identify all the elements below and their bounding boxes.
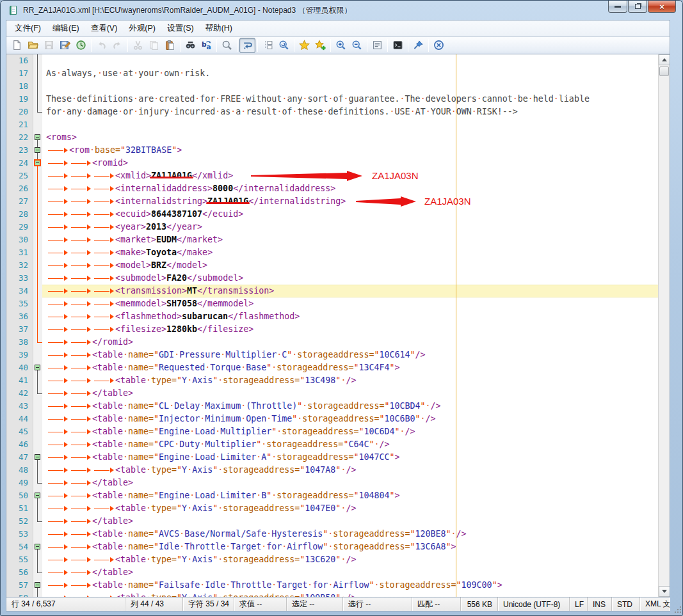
code-line[interactable]: <table·name="Idle·Throttle·Target·for·Ai… bbox=[42, 541, 658, 553]
line-number[interactable]: 24 bbox=[6, 157, 33, 170]
line-number[interactable]: 41 bbox=[6, 374, 33, 387]
menu-file[interactable]: 文件(F) bbox=[9, 21, 47, 36]
menu-appearance[interactable]: 外观(P) bbox=[123, 21, 161, 36]
code-line[interactable]: <internalidstring>ZA1JA01G</internalidst… bbox=[42, 195, 658, 208]
line-number[interactable]: 48 bbox=[6, 464, 33, 477]
line-number[interactable]: 31 bbox=[6, 246, 33, 259]
line-number[interactable]: 25 bbox=[6, 170, 33, 182]
close-button[interactable]: × bbox=[648, 1, 676, 13]
line-number[interactable]: 50 bbox=[6, 489, 33, 502]
code-line[interactable]: <memmodel>SH7058</memmodel> bbox=[42, 297, 658, 310]
title-bar[interactable]: RR_ZA1JA01G.xml [H:\ECU\wayneroms\RomRai… bbox=[1, 1, 682, 20]
code-line[interactable]: </table> bbox=[42, 515, 658, 528]
scroll-down-button[interactable] bbox=[659, 586, 670, 597]
code-line[interactable]: for·any·damage·or·injury·incurred·as·a·r… bbox=[42, 106, 658, 118]
code-line[interactable]: <table·name="Injector·Minimum·Open·Time"… bbox=[42, 413, 658, 425]
fold-toggle[interactable] bbox=[35, 454, 40, 460]
line-number[interactable]: 34 bbox=[6, 285, 33, 297]
line-number[interactable]: 46 bbox=[6, 438, 33, 451]
fold-margin[interactable] bbox=[33, 54, 42, 597]
code-line[interactable]: <ecuid>8644387107</ecuid> bbox=[42, 208, 658, 221]
status-selected-lines[interactable]: 选行 -- bbox=[343, 597, 412, 611]
line-number[interactable]: 55 bbox=[6, 553, 33, 566]
status-character[interactable]: 字符 35 / 34 bbox=[183, 597, 234, 611]
code-line[interactable]: <filesize>1280kb</filesize> bbox=[42, 323, 658, 336]
line-number[interactable]: 56 bbox=[6, 566, 33, 579]
line-number[interactable]: 23 bbox=[6, 144, 33, 157]
line-number[interactable]: 35 bbox=[6, 297, 33, 310]
zoom-in-button[interactable] bbox=[333, 38, 349, 53]
save-file-as-button[interactable] bbox=[57, 38, 73, 53]
code-line[interactable]: <model>BRZ</model> bbox=[42, 259, 658, 272]
line-number[interactable]: 33 bbox=[6, 272, 33, 285]
code-line[interactable]: <table·name="Requested·Torque·Base"·stor… bbox=[42, 361, 658, 374]
vertical-scrollbar[interactable] bbox=[658, 54, 670, 597]
code-line[interactable]: <table·type="Y·Axis"·storageaddress="13C… bbox=[42, 374, 658, 387]
menu-edit[interactable]: 编辑(E) bbox=[47, 21, 85, 36]
line-number[interactable]: 19 bbox=[6, 93, 33, 106]
new-file-button[interactable] bbox=[9, 38, 25, 53]
scrollbar-thumb[interactable] bbox=[659, 67, 669, 76]
code-line[interactable] bbox=[42, 54, 658, 67]
code-line[interactable]: <table·name="Engine·Load·Multiplier"·sto… bbox=[42, 425, 658, 438]
restore-button[interactable] bbox=[628, 1, 647, 13]
fold-toggle[interactable] bbox=[35, 147, 40, 153]
code-line[interactable]: </table> bbox=[42, 387, 658, 400]
status-eval[interactable]: 求值 -- bbox=[234, 597, 287, 611]
line-number[interactable]: 42 bbox=[6, 387, 33, 400]
line-number[interactable]: 37 bbox=[6, 323, 33, 336]
fold-toggle[interactable] bbox=[35, 134, 40, 140]
code-line[interactable]: <transmission>MT</transmission> bbox=[42, 285, 658, 297]
code-line[interactable]: </table> bbox=[42, 566, 658, 579]
status-column[interactable]: 列 44 / 43 bbox=[125, 597, 183, 611]
code-line[interactable]: <xmlid>ZA1JA01G</xmlid> bbox=[42, 170, 658, 182]
line-number[interactable]: 21 bbox=[6, 118, 33, 131]
code-line[interactable]: <table·name="Engine·Load·Limiter·B"·stor… bbox=[42, 489, 658, 502]
code-line[interactable]: <market>EUDM</market> bbox=[42, 233, 658, 246]
line-number[interactable]: 49 bbox=[6, 477, 33, 489]
status-eol[interactable]: LF bbox=[570, 597, 588, 611]
line-number[interactable]: 47 bbox=[6, 451, 33, 464]
paste-button[interactable] bbox=[162, 38, 178, 53]
line-number[interactable]: 44 bbox=[6, 413, 33, 425]
code-line[interactable]: As·always,·use·at·your·own·risk. bbox=[42, 67, 658, 80]
code-line[interactable]: <roms> bbox=[42, 131, 658, 144]
line-number[interactable]: 54 bbox=[6, 541, 33, 553]
line-number[interactable]: 30 bbox=[6, 233, 33, 246]
line-number[interactable]: 27 bbox=[6, 195, 33, 208]
resize-grip[interactable] bbox=[673, 606, 681, 614]
line-number[interactable]: 20 bbox=[6, 106, 33, 118]
recent-files-button[interactable] bbox=[73, 38, 89, 53]
document-scheme-button[interactable] bbox=[369, 38, 385, 53]
code-line[interactable]: <make>Toyota</make> bbox=[42, 246, 658, 259]
line-number[interactable]: 40 bbox=[6, 361, 33, 374]
menu-settings[interactable]: 设置(S) bbox=[161, 21, 200, 36]
favorites-button[interactable] bbox=[296, 38, 312, 53]
line-number[interactable]: 16 bbox=[6, 54, 33, 67]
status-file-type[interactable]: XML 文件 bbox=[640, 597, 670, 611]
add-to-favorites-button[interactable] bbox=[312, 38, 328, 53]
line-number[interactable]: 22 bbox=[6, 131, 33, 144]
line-number[interactable]: 52 bbox=[6, 515, 33, 528]
code-line[interactable]: <table·type="Y·Axis"·storageaddress="104… bbox=[42, 464, 658, 477]
status-insert-mode[interactable]: INS bbox=[588, 597, 612, 611]
code-line[interactable]: <table·type="Y·Axis"·storageaddress="109… bbox=[42, 592, 658, 597]
indent-guides-button[interactable] bbox=[260, 38, 276, 53]
line-number[interactable]: 17 bbox=[6, 67, 33, 80]
code-line[interactable]: <year>2013</year> bbox=[42, 221, 658, 233]
text-area[interactable]: As·always,·use·at·your·own·risk.These·de… bbox=[42, 54, 658, 597]
open-file-button[interactable] bbox=[25, 38, 41, 53]
code-line[interactable]: <table·name="GDI·Pressure·Multiplier·C"·… bbox=[42, 349, 658, 361]
line-number[interactable]: 29 bbox=[6, 221, 33, 233]
menu-view[interactable]: 查看(V) bbox=[85, 21, 124, 36]
line-number[interactable]: 28 bbox=[6, 208, 33, 221]
line-number[interactable]: 53 bbox=[6, 528, 33, 541]
status-encoding[interactable]: Unicode (UTF-8) bbox=[498, 597, 570, 611]
line-number[interactable]: 26 bbox=[6, 182, 33, 195]
code-line[interactable]: <table·name="Failsafe·Idle·Throttle·Targ… bbox=[42, 579, 658, 592]
line-number[interactable]: 45 bbox=[6, 425, 33, 438]
code-line[interactable]: <table·name="AVCS·Base/Normal/Safe·Hyste… bbox=[42, 528, 658, 541]
code-line[interactable]: <flashmethod>subarucan</flashmethod> bbox=[42, 310, 658, 323]
console-button[interactable] bbox=[390, 38, 406, 53]
code-line[interactable]: <table·name="CPC·Duty·Multiplier"·storag… bbox=[42, 438, 658, 451]
